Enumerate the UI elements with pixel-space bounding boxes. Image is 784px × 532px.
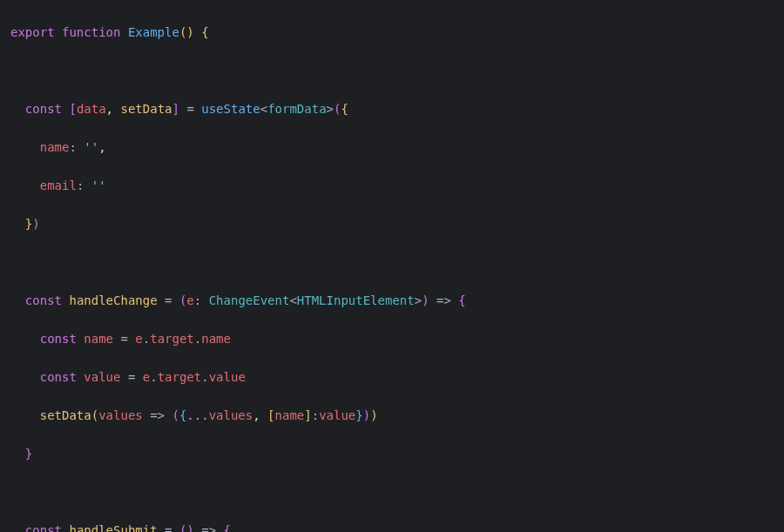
equals: = — [128, 370, 135, 384]
dot: . — [150, 370, 157, 384]
dot: . — [143, 332, 150, 346]
code-editor[interactable]: export function Example() { const [data,… — [0, 0, 784, 532]
keyword-const: const — [25, 293, 62, 307]
angle: > — [415, 293, 422, 307]
paren: ( — [172, 408, 179, 422]
var-data: data — [77, 102, 106, 116]
arrow: => — [150, 408, 165, 422]
prop-target: target — [158, 370, 202, 384]
type-changeevent: ChangeEvent — [209, 293, 290, 307]
prop-value: value — [209, 370, 246, 384]
parens: () — [179, 25, 194, 39]
function-name: Example — [128, 25, 179, 39]
var-name: name — [275, 408, 305, 422]
var-value: value — [319, 408, 355, 422]
code-line — [10, 482, 774, 502]
colon: : — [77, 178, 84, 192]
code-line: email: '' — [10, 176, 774, 195]
fn-handlesubmit: handleSubmit — [69, 523, 157, 532]
keyword-const: const — [40, 370, 77, 384]
code-line: export function Example() { — [10, 23, 774, 42]
code-line: const handleSubmit = () => { — [10, 521, 774, 532]
prop-name: name — [201, 332, 231, 346]
fn-handlechange: handleChange — [69, 293, 157, 307]
code-line: name: '', — [10, 138, 774, 157]
var-values: values — [209, 408, 253, 422]
spread: ... — [186, 408, 208, 422]
arrow: => — [436, 293, 451, 307]
prop-email: email — [40, 178, 77, 192]
comma: , — [106, 102, 113, 116]
brace: } — [25, 447, 32, 461]
bracket: [ — [69, 102, 76, 116]
keyword-const: const — [25, 523, 62, 532]
equals: = — [186, 102, 193, 116]
code-line: const [data, setData] = useState<formDat… — [10, 99, 774, 118]
angle: < — [260, 102, 267, 116]
colon: : — [194, 293, 201, 307]
fn-usestate: useState — [201, 102, 260, 116]
dot: . — [201, 370, 208, 384]
code-line: const handleChange = (e: ChangeEvent<HTM… — [10, 291, 774, 310]
keyword-const: const — [40, 332, 77, 346]
dot: . — [194, 332, 201, 346]
paren: ) — [422, 293, 429, 307]
code-line — [10, 61, 774, 80]
angle: > — [327, 102, 334, 116]
bracket: ] — [172, 102, 179, 116]
equals: = — [165, 523, 172, 532]
equals: = — [165, 293, 172, 307]
code-line: }) — [10, 214, 774, 233]
type-htmlinput: HTMLInputElement — [297, 293, 415, 307]
colon: : — [69, 140, 76, 154]
brace: { — [458, 293, 465, 307]
bracket: [ — [267, 408, 274, 422]
prop-target: target — [150, 332, 194, 346]
paren: ) — [363, 408, 370, 422]
angle: < — [289, 293, 296, 307]
code-line: setData(values => ({...values, [name]:va… — [10, 406, 774, 425]
var-e: e — [135, 332, 142, 346]
code-line: } — [10, 444, 774, 463]
paren: ( — [91, 408, 98, 422]
prop-name: name — [40, 140, 70, 154]
string-empty: '' — [84, 140, 98, 154]
comma: , — [253, 408, 260, 422]
paren: ) — [186, 523, 193, 532]
code-line: const name = e.target.name — [10, 329, 774, 348]
equals: = — [120, 332, 127, 346]
colon: : — [312, 408, 319, 422]
bracket: ] — [304, 408, 311, 422]
var-value: value — [84, 370, 120, 384]
var-setdata: setData — [120, 102, 172, 116]
brace: { — [201, 25, 208, 39]
var-name: name — [84, 332, 113, 346]
comma: , — [98, 140, 105, 154]
code-line — [10, 253, 774, 272]
paren: ) — [32, 217, 39, 231]
keyword-export: export — [10, 25, 55, 39]
type-formdata: formData — [267, 102, 326, 116]
param-e: e — [186, 293, 193, 307]
fn-setdata: setData — [40, 408, 91, 422]
code-line: const value = e.target.value — [10, 367, 774, 387]
param-values: values — [98, 408, 143, 422]
arrow: => — [201, 523, 216, 532]
keyword-function: function — [62, 25, 120, 39]
var-e: e — [143, 370, 150, 384]
brace: { — [341, 102, 348, 116]
keyword-const: const — [25, 102, 62, 116]
brace: } — [355, 408, 362, 422]
string-empty: '' — [91, 178, 106, 192]
paren: ) — [370, 408, 377, 422]
brace: { — [224, 523, 231, 532]
